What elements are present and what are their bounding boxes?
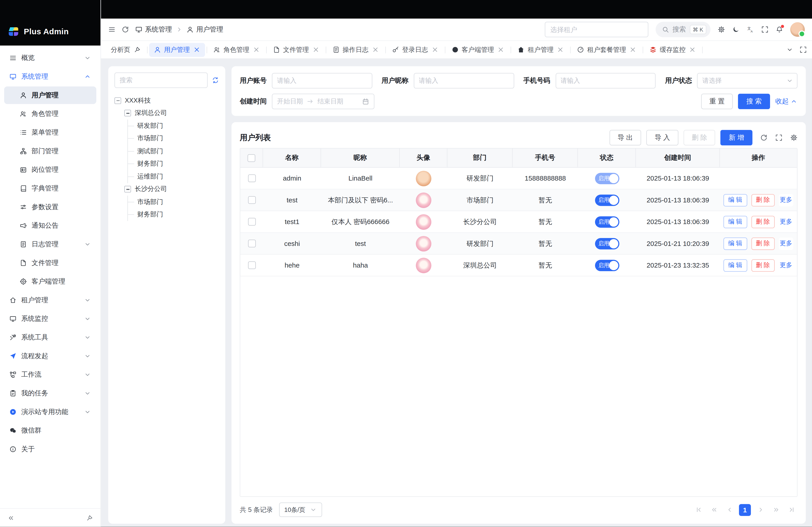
sidebar-item-post-mgmt[interactable]: 岗位管理 — [4, 161, 96, 179]
edit-button[interactable]: 编 辑 — [724, 215, 747, 228]
next-5-pages-icon[interactable] — [770, 504, 782, 516]
tab-tenant-package[interactable]: 租户套餐管理 — [572, 43, 641, 57]
sidebar-item-sys-monitor[interactable]: 系统监控 — [4, 310, 96, 328]
tab-client-mgmt[interactable]: 客户端管理 — [447, 43, 509, 57]
collapse-node-icon[interactable] — [124, 186, 131, 193]
close-tab-icon[interactable] — [252, 46, 260, 53]
page-size-select[interactable]: 10条/页 — [279, 502, 322, 517]
tab-role-mgmt[interactable]: 角色管理 — [208, 43, 264, 57]
tree-leaf[interactable]: 市场部门 — [128, 132, 219, 145]
collapse-node-icon[interactable] — [114, 97, 121, 104]
close-tab-icon[interactable] — [431, 46, 438, 53]
breadcrumb-current[interactable]: 用户管理 — [187, 25, 223, 34]
tree-leaf[interactable]: 市场部门 — [128, 196, 219, 208]
add-button[interactable]: 新 增 — [721, 130, 752, 146]
tenant-select[interactable] — [545, 21, 648, 37]
sidebar-item-demo-features[interactable]: 演示站专用功能 — [4, 403, 96, 421]
tree-leaf[interactable]: 财务部门 — [128, 208, 219, 221]
edit-button[interactable]: 编 辑 — [724, 194, 747, 206]
sidebar-item-menu-mgmt[interactable]: 菜单管理 — [4, 124, 96, 141]
more-button[interactable]: 更多 — [779, 237, 793, 250]
tab-tenant-mgmt[interactable]: 租户管理 — [513, 43, 569, 57]
close-tab-icon[interactable] — [312, 46, 319, 53]
status-select[interactable] — [697, 73, 798, 89]
close-tab-icon[interactable] — [372, 46, 379, 53]
sidebar-item-log-mgmt[interactable]: 日志管理 — [4, 236, 96, 253]
settings-gear-icon[interactable] — [718, 26, 725, 33]
tree-refresh-icon[interactable] — [212, 77, 219, 84]
pin-icon[interactable] — [133, 46, 141, 53]
tree-search-input[interactable] — [114, 72, 207, 88]
row-checkbox[interactable] — [248, 175, 256, 182]
sidebar-item-about[interactable]: 关于 — [4, 440, 96, 458]
dark-mode-moon-icon[interactable] — [732, 26, 739, 33]
edit-button[interactable]: 编 辑 — [724, 259, 747, 271]
sidebar-item-param-settings[interactable]: 参数设置 — [4, 198, 96, 216]
export-button[interactable]: 导 出 — [609, 130, 641, 146]
tab-login-log[interactable]: 登录日志 — [387, 43, 443, 57]
sidebar-item-role-mgmt[interactable]: 角色管理 — [4, 105, 96, 123]
tab-op-log[interactable]: 操作日志 — [328, 43, 383, 57]
tree-leaf[interactable]: 研发部门 — [128, 119, 219, 132]
delete-button[interactable]: 删 除 — [683, 130, 715, 146]
sidebar-item-sys-tools[interactable]: 系统工具 — [4, 329, 96, 346]
tree-node-branch[interactable]: 深圳总公司 — [124, 107, 219, 119]
next-page-icon[interactable] — [754, 504, 766, 516]
status-toggle[interactable]: 启用 — [595, 238, 619, 249]
sidebar-item-system[interactable]: 系统管理 — [4, 68, 96, 86]
sidebar-item-tenant-mgmt[interactable]: 租户管理 — [4, 291, 96, 309]
tab-user-mgmt[interactable]: 用户管理 — [149, 43, 205, 57]
tab-file-mgmt[interactable]: 文件管理 — [268, 43, 324, 57]
close-tab-icon[interactable] — [557, 46, 564, 53]
delete-row-button[interactable]: 删 除 — [751, 259, 774, 271]
collapse-filters-link[interactable]: 收起 — [775, 97, 798, 106]
row-checkbox[interactable] — [248, 196, 256, 204]
user-avatar[interactable] — [791, 22, 805, 37]
language-icon[interactable] — [747, 26, 754, 33]
column-settings-icon[interactable] — [791, 134, 798, 141]
edit-button[interactable]: 编 辑 — [724, 237, 747, 250]
date-range-picker[interactable]: 开始日期 结束日期 — [272, 94, 374, 109]
delete-row-button[interactable]: 删 除 — [751, 237, 774, 250]
sidebar-item-overview[interactable]: 概览 — [4, 49, 96, 67]
close-tab-icon[interactable] — [193, 46, 200, 53]
global-search[interactable]: 搜索 ⌘ K — [655, 21, 710, 37]
sidebar-item-client-mgmt[interactable]: 客户端管理 — [4, 273, 96, 290]
delete-row-button[interactable]: 删 除 — [751, 215, 774, 228]
sidebar-item-dict-mgmt[interactable]: 字典管理 — [4, 180, 96, 197]
prev-page-icon[interactable] — [723, 504, 735, 516]
row-checkbox[interactable] — [248, 218, 256, 226]
pin-sidebar-icon[interactable] — [86, 514, 93, 521]
status-toggle[interactable]: 启用 — [595, 216, 619, 228]
row-checkbox[interactable] — [248, 240, 256, 247]
fullscreen-icon[interactable] — [761, 26, 768, 33]
sidebar-item-file-mgmt[interactable]: 文件管理 — [4, 254, 96, 272]
tree-leaf[interactable]: 运维部门 — [128, 170, 219, 183]
sidebar-item-user-mgmt[interactable]: 用户管理 — [4, 86, 96, 104]
tab-analysis[interactable]: 分析页 — [106, 43, 145, 57]
nickname-input[interactable] — [414, 73, 514, 89]
close-tab-icon[interactable] — [689, 46, 696, 53]
refresh-page-icon[interactable] — [122, 26, 129, 33]
last-page-icon[interactable] — [786, 504, 798, 516]
collapse-sidebar-icon[interactable] — [7, 514, 14, 521]
import-button[interactable]: 导 入 — [647, 130, 678, 146]
sidebar-item-dept-mgmt[interactable]: 部门管理 — [4, 142, 96, 160]
phone-input[interactable] — [555, 73, 656, 89]
first-page-icon[interactable] — [693, 504, 705, 516]
reset-button[interactable]: 重 置 — [701, 94, 733, 109]
close-tab-icon[interactable] — [629, 46, 637, 53]
current-page[interactable]: 1 — [739, 504, 751, 516]
more-button[interactable]: 更多 — [779, 259, 793, 271]
status-toggle[interactable]: 启用 — [595, 194, 619, 206]
select-all-checkbox[interactable] — [247, 154, 255, 162]
search-button[interactable]: 搜 索 — [738, 94, 770, 109]
more-button[interactable]: 更多 — [779, 194, 793, 206]
tree-node-branch[interactable]: 长沙分公司 — [124, 183, 219, 196]
tree-leaf[interactable]: 财务部门 — [128, 157, 219, 170]
notifications-bell-icon[interactable] — [776, 26, 783, 33]
row-checkbox[interactable] — [248, 261, 256, 269]
status-toggle[interactable]: 启用 — [595, 173, 619, 184]
tab-cache-monitor[interactable]: 缓存监控 — [644, 43, 700, 57]
delete-row-button[interactable]: 删 除 — [751, 194, 774, 206]
